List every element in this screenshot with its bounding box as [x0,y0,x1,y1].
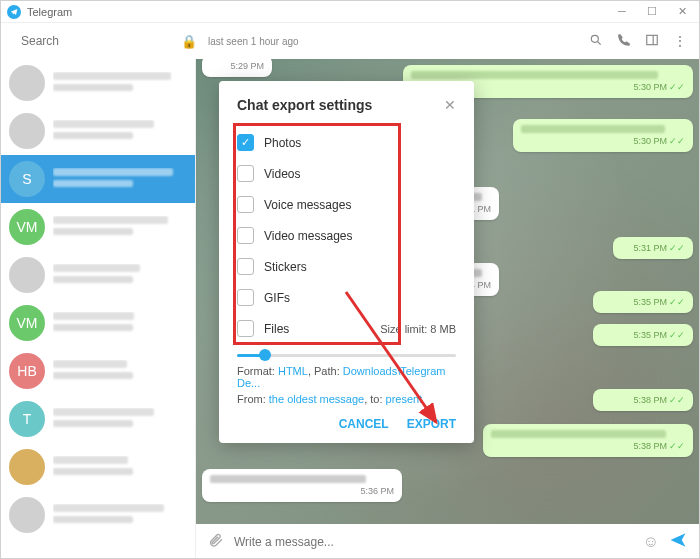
check-label: Video messages [264,229,353,243]
cancel-button[interactable]: CANCEL [339,417,389,431]
svg-point-0 [591,35,598,42]
lock-icon[interactable]: 🔒 [181,34,197,49]
check-label: Videos [264,167,300,181]
search-input[interactable] [21,34,171,48]
modal-title: Chat export settings [237,97,372,113]
avatar [9,497,45,533]
emoji-icon[interactable]: ☺ [643,533,659,551]
checkbox[interactable] [237,165,254,182]
avatar [9,449,45,485]
check-row-stickers[interactable]: Stickers [237,251,456,282]
format-path-line: Format: HTML, Path: Downloads\Telegram D… [237,365,456,389]
title-bar: Telegram ─ ☐ ✕ [1,1,699,23]
chat-list-item[interactable] [1,443,195,491]
chat-list-item[interactable]: VM [1,203,195,251]
check-label: Stickers [264,260,307,274]
chat-list-item[interactable] [1,59,195,107]
avatar: VM [9,209,45,245]
checkbox[interactable] [237,320,254,337]
avatar: HB [9,353,45,389]
telegram-logo-icon [7,5,21,19]
size-limit-label: Size limit: 8 MB [380,323,456,335]
close-icon[interactable]: ✕ [444,97,456,113]
checkbox[interactable] [237,196,254,213]
check-row-files[interactable]: FilesSize limit: 8 MB [237,313,456,344]
check-row-video-messages[interactable]: Video messages [237,220,456,251]
svg-rect-1 [647,35,658,44]
checkbox[interactable] [237,227,254,244]
chat-list-item[interactable]: T [1,395,195,443]
check-label: Files [264,322,289,336]
size-slider[interactable] [237,354,456,357]
check-label: Voice messages [264,198,351,212]
chat-list-item[interactable]: VM [1,299,195,347]
checkbox[interactable] [237,289,254,306]
avatar [9,65,45,101]
sidebar-panel-icon[interactable] [645,33,659,50]
maximize-button[interactable]: ☐ [641,5,663,18]
avatar [9,113,45,149]
search-chat-icon[interactable] [589,33,603,50]
chat-list-item[interactable]: S [1,155,195,203]
export-settings-modal: Chat export settings ✕ ✓PhotosVideosVoic… [219,81,474,443]
composer: ☺ [196,524,699,559]
minimize-button[interactable]: ─ [611,5,633,18]
check-label: GIFs [264,291,290,305]
send-button[interactable] [669,531,687,553]
checkbox[interactable] [237,258,254,275]
check-label: Photos [264,136,301,150]
chat-list: SVMVMHBT [1,59,196,559]
from-to-line: From: the oldest message, to: present [237,393,456,405]
message-input[interactable] [234,535,633,549]
chat-status: last seen 1 hour ago [208,36,299,47]
attach-icon[interactable] [208,532,224,552]
chat-list-item[interactable]: HB [1,347,195,395]
chat-list-item[interactable] [1,107,195,155]
check-row-voice-messages[interactable]: Voice messages [237,189,456,220]
check-row-photos[interactable]: ✓Photos [237,127,456,158]
chat-list-item[interactable] [1,491,195,539]
avatar: S [9,161,45,197]
checkbox[interactable]: ✓ [237,134,254,151]
close-button[interactable]: ✕ [671,5,693,18]
check-row-gifs[interactable]: GIFs [237,282,456,313]
more-icon[interactable]: ⋮ [673,33,687,50]
window-title: Telegram [27,6,72,18]
avatar: T [9,401,45,437]
export-button[interactable]: EXPORT [407,417,456,431]
call-icon[interactable] [617,33,631,50]
chat-list-item[interactable] [1,251,195,299]
avatar [9,257,45,293]
check-row-videos[interactable]: Videos [237,158,456,189]
avatar: VM [9,305,45,341]
